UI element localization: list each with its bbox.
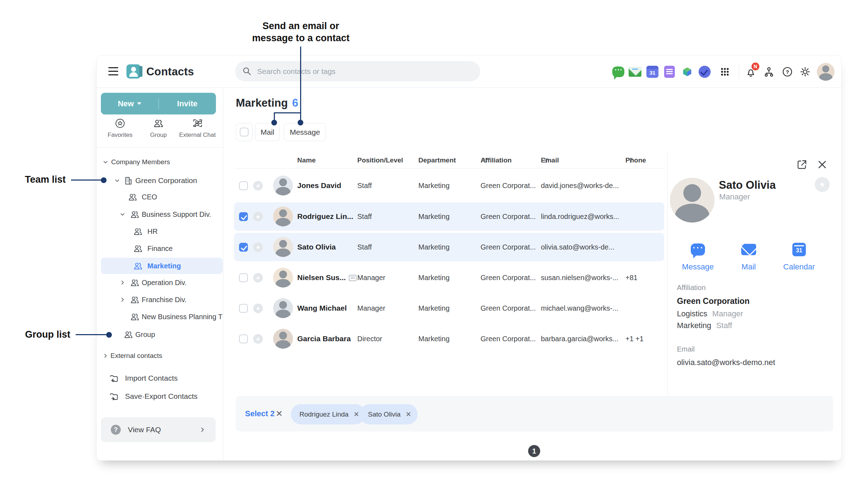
mail-envelope-icon	[726, 242, 772, 257]
sidebar-item-business-support-div[interactable]: Business Support Div.	[97, 206, 223, 223]
table-row-selected[interactable]: ★ Rodriguez Lin... Staff Marketing Green…	[234, 201, 664, 232]
clear-selection-icon[interactable]: ✕	[276, 396, 283, 432]
contacts-app-logo-icon	[126, 64, 141, 79]
sidebar-item-green-corporation[interactable]: Green Corporation	[97, 172, 223, 189]
group-people-icon	[124, 330, 133, 339]
group-button[interactable]: Group	[139, 117, 178, 139]
new-button[interactable]: New	[101, 93, 158, 114]
row-checkbox[interactable]	[239, 273, 248, 282]
invite-button[interactable]: Invite	[159, 93, 216, 114]
detail-message-action[interactable]: Message	[675, 242, 721, 272]
user-avatar[interactable]	[817, 63, 835, 81]
remove-chip-icon[interactable]: ✕	[406, 410, 411, 418]
favorite-star-icon[interactable]: ★	[253, 181, 263, 191]
external-chat-button[interactable]: External Chat	[178, 117, 217, 139]
row-checkbox-checked[interactable]	[239, 243, 248, 252]
notes-app-icon[interactable]	[663, 65, 676, 78]
table-row-selected[interactable]: ★ Sato Olivia Staff Marketing Green Corp…	[234, 232, 664, 262]
column-header-department[interactable]: Department	[418, 152, 456, 168]
row-checkbox[interactable]	[239, 181, 248, 190]
help-icon[interactable]	[781, 65, 794, 78]
apps-grid-icon[interactable]	[718, 65, 731, 78]
selection-bar: Select 2 ✕ Rodriguez Linda ✕ Sato Olivia…	[236, 396, 833, 432]
settings-gear-icon[interactable]	[799, 65, 812, 78]
sidebar-item-ceo[interactable]: CEO	[97, 189, 223, 205]
select-all-checkbox-button[interactable]	[236, 123, 253, 141]
detail-company: Green Corporation	[677, 296, 749, 306]
detail-mail-action[interactable]: Mail	[726, 242, 772, 272]
new-invite-button-group: New Invite	[101, 93, 216, 114]
contact-avatar	[273, 298, 293, 318]
contact-avatar	[273, 207, 293, 226]
contact-avatar	[273, 268, 293, 288]
open-in-new-icon[interactable]	[796, 159, 808, 171]
sidebar-item-hr[interactable]: HR	[97, 223, 223, 240]
table-row[interactable]: ★ Wang Michael Manager Marketing Green C…	[234, 293, 664, 323]
column-header-phone[interactable]: Phone	[625, 152, 634, 168]
favorite-star-icon[interactable]: ★	[253, 273, 263, 283]
sidebar-section-company-members[interactable]: Company Members	[97, 154, 223, 170]
contact-avatar	[273, 329, 293, 349]
detail-affiliation-row: LogisticsManager	[677, 309, 743, 318]
selected-contact-chip[interactable]: Rodriguez Linda ✕	[291, 404, 365, 424]
detail-email-value: olivia.sato@works-demo.net	[677, 358, 775, 367]
favorite-star-icon[interactable]: ★	[253, 212, 263, 221]
search-input[interactable]	[235, 61, 480, 81]
column-header-position[interactable]: Position/Level	[357, 152, 403, 168]
select-all-checkbox[interactable]	[240, 128, 249, 136]
table-row[interactable]: ★ Garcia Barbara Director Marketing Gree…	[234, 323, 664, 354]
annotation-line	[300, 47, 301, 123]
view-faq-button[interactable]: ? View FAQ	[101, 417, 216, 442]
calendar-icon: 31	[776, 242, 822, 257]
column-header-email[interactable]: Email	[541, 152, 549, 168]
mail-button[interactable]: Mail	[255, 123, 280, 141]
pagination-page-1[interactable]: 1	[528, 445, 540, 457]
annotation-dot	[106, 332, 112, 338]
close-icon[interactable]	[816, 159, 828, 171]
sidebar-item-marketing-selected[interactable]: Marketing	[101, 258, 223, 274]
favorite-star-icon[interactable]: ★	[815, 177, 830, 192]
sidebar-item-operation-div[interactable]: Operation Div.	[97, 274, 223, 291]
notifications-bell-icon[interactable]: N	[744, 65, 757, 78]
table-row[interactable]: ★ Nielsen Sus... Manager Marketing Green…	[234, 262, 664, 293]
group-people-icon	[139, 117, 178, 129]
remove-chip-icon[interactable]: ✕	[353, 410, 359, 418]
hamburger-menu-icon[interactable]	[108, 67, 118, 76]
chevron-right-icon	[120, 280, 125, 285]
org-chart-icon[interactable]	[763, 65, 775, 78]
app-window: Contacts 31 N New	[96, 55, 842, 461]
callout-send-email-annotation: Send an email or message to a contact	[248, 20, 354, 44]
favorites-button[interactable]: Favorites	[101, 117, 140, 139]
favorite-star-icon[interactable]: ★	[253, 334, 263, 344]
favorite-star-icon[interactable]: ★	[253, 242, 263, 252]
row-checkbox[interactable]	[239, 304, 248, 313]
import-contacts-link[interactable]: Import Contacts	[97, 370, 223, 386]
message-button[interactable]: Message	[284, 123, 326, 141]
mail-app-icon[interactable]	[629, 65, 641, 78]
group-list-annotation: Group list	[14, 329, 70, 340]
table-row[interactable]: ★ Jones David Staff Marketing Green Corp…	[234, 170, 664, 201]
sidebar-section-external-contacts[interactable]: External contacts	[97, 348, 223, 364]
selected-contact-chip[interactable]: Sato Olivia ✕	[359, 404, 418, 424]
sidebar-item-finance[interactable]: Finance	[97, 240, 223, 257]
favorite-star-icon[interactable]: ★	[253, 304, 263, 313]
chevron-down-icon	[114, 178, 120, 183]
sort-descending-icon[interactable]: ↓	[300, 152, 303, 168]
calendar-app-icon[interactable]: 31	[646, 65, 659, 78]
detail-calendar-action[interactable]: 31 Calendar	[776, 242, 822, 272]
sidebar-item-franchise-div[interactable]: Franchise Div.	[97, 291, 223, 308]
save-export-contacts-link[interactable]: Save·Export Contacts	[97, 388, 223, 404]
drive-app-icon[interactable]	[681, 65, 694, 78]
team-people-icon	[133, 261, 143, 271]
sidebar-item-new-business-planning[interactable]: New Business Planning Tl	[97, 309, 223, 325]
column-header-affiliation[interactable]: Affiliation	[481, 152, 489, 168]
annotation-dot	[271, 120, 277, 125]
chevron-right-icon	[103, 353, 108, 359]
external-chat-icon	[178, 117, 217, 129]
sidebar-item-group[interactable]: Group	[97, 326, 223, 343]
row-checkbox-checked[interactable]	[239, 212, 248, 221]
tasks-app-icon[interactable]	[698, 65, 711, 78]
member-count: 6	[292, 97, 298, 109]
messenger-app-icon[interactable]	[612, 65, 625, 78]
row-checkbox[interactable]	[239, 334, 248, 343]
